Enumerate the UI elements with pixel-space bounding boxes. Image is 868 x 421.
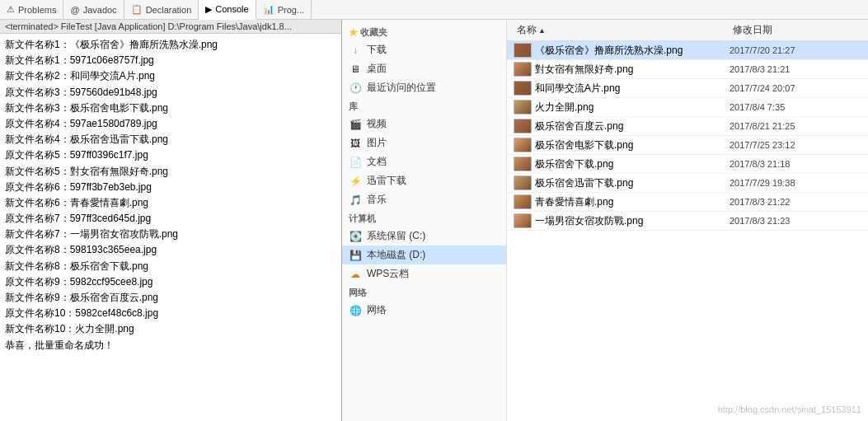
console-line: 新文件名称8：极乐宿舍下载.png [5,259,336,274]
file-name-cell: 极乐宿舍下载.png [514,157,730,171]
sidebar-item-video[interactable]: 🎬视频 [342,115,506,133]
file-thumbnail [514,138,532,152]
network-icon: 🌐 [349,304,362,317]
table-row[interactable]: 對女宿有無限好奇.png2017/8/3 21:21 [507,60,868,79]
file-thumbnail [514,43,532,58]
file-name-text: 和同學交流A片.png [535,82,620,96]
warning-icon: ⚠ [7,4,15,15]
file-date-cell: 2017/7/20 21:27 [730,45,861,55]
sidebar-item-label-desktop: 桌面 [367,62,387,76]
local-drive-icon: 💾 [349,249,362,262]
sidebar-section-title: 网络 [342,283,506,301]
col-name-header[interactable]: 名称 ▲ [514,21,730,39]
sidebar-item-sys[interactable]: 💽系统保留 (C:) [342,227,506,246]
console-header: <terminated> FileTest [Java Application]… [0,20,341,34]
tab-problems[interactable]: ⚠Problems [0,0,63,19]
table-row[interactable]: 一場男宿女宿攻防戰.png2017/8/3 21:23 [507,212,868,231]
file-rows-container: 《极乐宿舍》撸廊所洗熟水澡.png2017/7/20 21:27對女宿有無限好奇… [507,41,868,231]
sidebar-section-title: 库 [342,97,506,115]
file-date-cell: 2017/8/3 21:21 [730,64,861,74]
desktop-icon: 🖥 [349,63,362,76]
doc-icon: 📄 [349,156,362,169]
console-content[interactable]: 新文件名称1：《极乐宿舍》撸廊所洗熟水澡.png新文件名称1：5971c06e8… [0,34,341,421]
console-icon: ▶ [205,4,212,15]
sys-drive-icon: 💽 [349,230,362,243]
file-name-text: 极乐宿舍迅雷下载.png [535,176,633,190]
image-icon: 🖼 [349,137,362,150]
recent-icon: 🕐 [349,82,362,95]
tab-javadoc[interactable]: @Javadoc [63,0,124,19]
sidebar-item-label-recent: 最近访问的位置 [367,81,436,95]
table-row[interactable]: 极乐宿舍电影下载.png2017/7/25 23:12 [507,136,868,155]
sidebar-item-local[interactable]: 💾本地磁盘 (D:) [342,246,506,264]
sidebar-item-label-thunder: 迅雷下载 [367,174,406,188]
tab-console[interactable]: ▶Console [199,0,256,20]
sidebar-item-label-music: 音乐 [367,193,387,207]
sidebar-item-music[interactable]: 🎵音乐 [342,190,506,209]
console-line: 新文件名称7：一場男宿女宿攻防戰.png [5,227,336,242]
explorer-sidebar: ★ 收藏夹↓下载🖥桌面🕐最近访问的位置库🎬视频🖼图片📄文档⚡迅雷下载🎵音乐计算机… [342,20,507,421]
main-content: <terminated> FileTest [Java Application]… [0,20,868,421]
table-row[interactable]: 极乐宿舍下载.png2017/8/3 21:18 [507,155,868,174]
console-line: 新文件名称1：《极乐宿舍》撸廊所洗熟水澡.png [5,37,336,53]
col-date-header[interactable]: 修改日期 [730,21,861,39]
file-name-cell: 《极乐宿舍》撸廊所洗熟水澡.png [514,43,730,58]
file-date-cell: 2017/8/3 21:18 [730,159,861,169]
table-row[interactable]: 火力全開.png2017/8/4 7:35 [507,98,868,117]
sidebar-item-wps[interactable]: ☁WPS云档 [342,264,506,283]
console-line: 原文件名称9：5982ccf95cee8.jpg [5,274,336,290]
sidebar-item-label-local: 本地磁盘 (D:) [367,248,425,262]
console-line: 新文件名称2：和同學交流A片.png [5,68,336,84]
file-name-text: 對女宿有無限好奇.png [535,63,633,77]
thunder-icon: ⚡ [349,175,362,188]
sidebar-item-image[interactable]: 🖼图片 [342,133,506,152]
table-row[interactable]: 青春愛情喜劇.png2017/8/3 21:22 [507,193,868,212]
file-thumbnail [514,213,532,228]
table-row[interactable]: 极乐宿舍迅雷下载.png2017/7/29 19:38 [507,174,868,193]
sidebar-item-doc[interactable]: 📄文档 [342,152,506,171]
console-line: 原文件名称5：597ff0396c1f7.jpg [5,147,336,163]
col-name-label: 名称 [517,23,537,37]
console-line: 原文件名称7：597ff3ced645d.jpg [5,211,336,227]
file-name-cell: 极乐宿舍迅雷下载.png [514,175,730,190]
file-name-cell: 一場男宿女宿攻防戰.png [514,213,730,228]
file-name-cell: 火力全開.png [514,100,730,115]
file-date-cell: 2017/7/24 20:07 [730,83,861,93]
console-line: 原文件名称8：598193c365eea.jpg [5,242,336,258]
sidebar-item-desktop[interactable]: 🖥桌面 [342,59,506,78]
console-line: 原文件名称3：597560de91b48.jpg [5,85,336,101]
file-thumbnail [514,175,532,190]
table-row[interactable]: 和同學交流A片.png2017/7/24 20:07 [507,79,868,98]
tab-label-declaration: Declaration [146,5,192,15]
sidebar-item-network[interactable]: 🌐网络 [342,301,506,320]
console-line: 恭喜，批量重命名成功！ [5,338,336,353]
sidebar-item-recent[interactable]: 🕐最近访问的位置 [342,78,506,97]
filelist-header: 名称 ▲ 修改日期 [507,20,868,41]
explorer-filelist: 名称 ▲ 修改日期 《极乐宿舍》撸廊所洗熟水澡.png2017/7/20 21:… [507,20,868,421]
file-date-cell: 2017/8/3 21:23 [730,216,861,226]
sidebar-item-download[interactable]: ↓下载 [342,40,506,59]
tab-label-javadoc: Javadoc [83,5,117,15]
file-name-text: 一場男宿女宿攻防戰.png [535,214,643,228]
file-thumbnail [514,62,532,77]
file-name-cell: 和同學交流A片.png [514,81,730,96]
file-name-text: 《极乐宿舍》撸廊所洗熟水澡.png [535,44,683,58]
file-name-text: 青春愛情喜劇.png [535,195,613,209]
console-line: 新文件名称4：极乐宿舍迅雷下载.png [5,132,336,147]
sidebar-item-label-network: 网络 [367,303,387,317]
table-row[interactable]: 极乐宿舍百度云.png2017/8/21 21:25 [507,117,868,136]
file-date-cell: 2017/8/21 21:25 [730,121,861,131]
sidebar-item-thunder[interactable]: ⚡迅雷下载 [342,171,506,190]
file-thumbnail [514,100,532,115]
tab-progress[interactable]: 📊Prog... [256,0,312,19]
tab-declaration[interactable]: 📋Declaration [124,0,199,19]
sort-arrow-icon: ▲ [538,26,546,35]
console-line: 新文件名称9：极乐宿舍百度云.png [5,290,336,306]
explorer-container: ★ 收藏夹↓下载🖥桌面🕐最近访问的位置库🎬视频🖼图片📄文档⚡迅雷下载🎵音乐计算机… [342,20,868,421]
file-date-cell: 2017/8/3 21:22 [730,197,861,207]
col-date-label: 修改日期 [733,24,772,35]
file-name-text: 极乐宿舍百度云.png [535,119,623,133]
file-date-cell: 2017/8/4 7:35 [730,102,861,112]
table-row[interactable]: 《极乐宿舍》撸廊所洗熟水澡.png2017/7/20 21:27 [507,41,868,60]
console-line: 原文件名称4：597ae1580d789.jpg [5,116,336,132]
